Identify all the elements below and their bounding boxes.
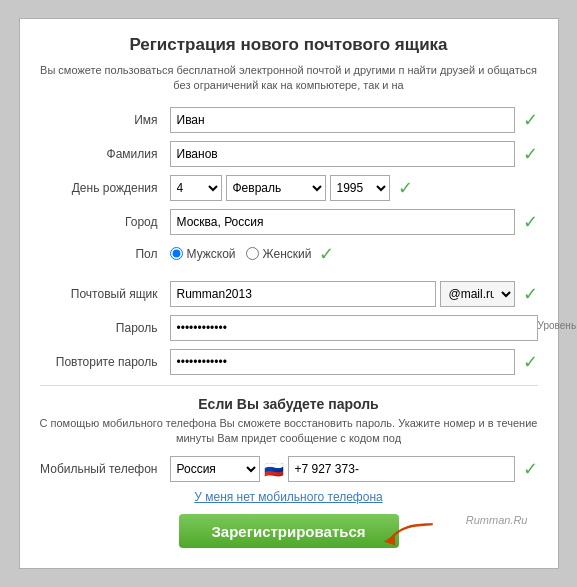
gender-male-radio[interactable] xyxy=(170,247,183,260)
gender-male-label: Мужской xyxy=(187,247,236,261)
dob-month-select[interactable]: Февраль xyxy=(226,175,326,201)
gender-male-option[interactable]: Мужской xyxy=(170,247,236,261)
dob-day-select[interactable]: 4 xyxy=(170,175,222,201)
password-input-wrap: Уровень сложн xyxy=(170,315,538,341)
page-title: Регистрация нового почтового ящика xyxy=(40,35,538,55)
gender-check-icon: ✓ xyxy=(319,243,334,265)
registration-form: Регистрация нового почтового ящика Вы см… xyxy=(19,18,559,570)
confirm-password-label: Повторите пароль xyxy=(40,355,170,369)
phone-check-icon: ✓ xyxy=(523,458,538,480)
name-label: Имя xyxy=(40,113,170,127)
phone-country-select[interactable]: Россия xyxy=(170,456,260,482)
name-input[interactable] xyxy=(170,107,515,133)
name-row: Имя ✓ xyxy=(40,107,538,133)
recovery-subtitle: С помощью мобильного телефона Вы сможете… xyxy=(40,416,538,447)
dob-year-select[interactable]: 1995 xyxy=(330,175,390,201)
recovery-title: Если Вы забудете пароль xyxy=(40,396,538,412)
phone-row: Мобильный телефон Россия 🇷🇺 ✓ xyxy=(40,456,538,482)
phone-label: Мобильный телефон xyxy=(40,462,170,476)
password-row: Пароль Уровень сложн xyxy=(40,315,538,341)
surname-check-icon: ✓ xyxy=(523,143,538,165)
email-label: Почтовый ящик xyxy=(40,287,170,301)
watermark-text: Rumman.Ru xyxy=(466,514,528,526)
gender-female-radio[interactable] xyxy=(246,247,259,260)
password-label: Пароль xyxy=(40,321,170,335)
gender-label: Пол xyxy=(40,247,170,261)
gender-female-label: Женский xyxy=(263,247,312,261)
city-check-icon: ✓ xyxy=(523,211,538,233)
password-complexity-label: Уровень сложн xyxy=(538,320,577,331)
no-phone-row: У меня нет мобильного телефона xyxy=(40,490,538,504)
gender-row: Пол Мужской Женский ✓ xyxy=(40,243,538,265)
flag-icon: 🇷🇺 xyxy=(264,460,284,479)
dob-check-icon: ✓ xyxy=(398,177,413,199)
email-check-icon: ✓ xyxy=(523,283,538,305)
password-input[interactable] xyxy=(170,315,538,341)
page-subtitle: Вы сможете пользоваться бесплатной элект… xyxy=(40,63,538,93)
dob-label: День рождения xyxy=(40,181,170,195)
confirm-password-check-icon: ✓ xyxy=(523,351,538,373)
register-button[interactable]: Зарегистрироваться xyxy=(179,514,399,548)
surname-label: Фамилия xyxy=(40,147,170,161)
city-input[interactable] xyxy=(170,209,515,235)
email-input[interactable] xyxy=(170,281,436,307)
confirm-password-input[interactable] xyxy=(170,349,515,375)
city-label: Город xyxy=(40,215,170,229)
name-check-icon: ✓ xyxy=(523,109,538,131)
confirm-password-row: Повторите пароль ✓ xyxy=(40,349,538,375)
email-row: Почтовый ящик @mail.ru ✓ xyxy=(40,281,538,307)
surname-row: Фамилия ✓ xyxy=(40,141,538,167)
email-inputs: @mail.ru xyxy=(170,281,515,307)
no-phone-link[interactable]: У меня нет мобильного телефона xyxy=(194,490,382,504)
city-row: Город ✓ xyxy=(40,209,538,235)
phone-inputs: Россия 🇷🇺 xyxy=(170,456,515,482)
dob-row: День рождения 4 Февраль 1995 ✓ xyxy=(40,175,538,201)
register-section: Зарегистрироваться Rumman.Ru xyxy=(40,514,538,548)
gender-options: Мужской Женский xyxy=(170,247,312,261)
email-domain-select[interactable]: @mail.ru xyxy=(440,281,515,307)
dob-inputs: 4 Февраль 1995 xyxy=(170,175,390,201)
surname-input[interactable] xyxy=(170,141,515,167)
section-divider xyxy=(40,385,538,386)
gender-female-option[interactable]: Женский xyxy=(246,247,312,261)
phone-number-input[interactable] xyxy=(288,456,515,482)
